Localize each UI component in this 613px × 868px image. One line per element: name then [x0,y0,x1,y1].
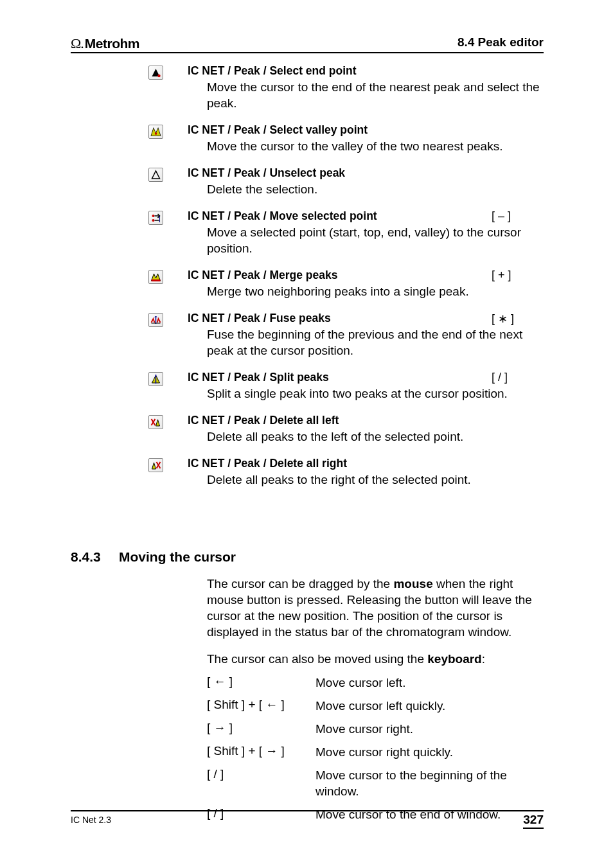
entry-description: Delete all peaks to the right of the sel… [207,472,544,488]
peak-entry: IC NET / Peak / Move selected point[ – ]… [71,209,544,256]
entry-description: Fuse the beginning of the previous and t… [207,326,544,359]
brand-logo: Ω. Metrohm [71,35,139,52]
page-header: Ω. Metrohm 8.4 Peak editor [71,35,544,55]
keyboard-row: [ / ]Move cursor to the beginning of the… [207,767,544,799]
menu-path: IC NET / Peak / Unselect peak [188,166,345,180]
menu-path: IC NET / Peak / Fuse peaks [188,312,331,325]
keyboard-shortcut: [ – ] [492,209,511,223]
fuse-peaks-icon[interactable] [148,313,163,327]
section-number: 8.4.3 [71,549,101,565]
brand-symbol: Ω. [71,35,84,52]
menu-path: IC NET / Peak / Merge peaks [188,269,337,282]
keyboard-shortcut: [ + ] [492,269,511,282]
delete-all-right-icon[interactable] [148,458,163,472]
keyboard-key: [ Shift ] + [ → ] [207,744,315,758]
merge-peaks-icon[interactable] [148,270,163,284]
keyboard-row: [ Shift ] + [ ← ]Move cursor left quickl… [207,698,544,714]
footer-doc-name: IC Net 2.3 [71,815,111,825]
entry-description: Move the cursor to the valley of the two… [207,138,544,154]
keyboard-action: Move cursor left. [315,675,544,691]
keyboard-row: [ ← ]Move cursor left. [207,675,544,691]
keyboard-key: [ → ] [207,721,315,735]
page-number: 327 [523,813,544,829]
section-paragraph-2: The cursor can also be moved using the k… [207,651,544,667]
menu-path: IC NET / Peak / Delete all left [188,414,339,427]
keyboard-shortcut: [ ∗ ] [492,312,514,326]
menu-path: IC NET / Peak / Delete all right [188,457,347,470]
peak-entry: IC NET / Peak / Split peaks[ / ]Split a … [71,371,544,402]
peak-entry: IC NET / Peak / Delete all rightDelete a… [71,457,544,488]
page-footer: IC Net 2.3 327 [71,810,544,828]
keyboard-shortcut: [ / ] [492,371,508,384]
keyboard-shortcut-table: [ ← ]Move cursor left.[ Shift ] + [ ← ]M… [207,675,544,822]
footer-rule [71,810,544,811]
keyboard-row: [ → ]Move cursor right. [207,721,544,737]
brand-name: Metrohm [85,36,139,51]
peak-entry: IC NET / Peak / Merge peaks[ + ]Merge tw… [71,269,544,299]
keyboard-key: [ Shift ] + [ ← ] [207,698,315,712]
entry-description: Move the cursor to the end of the neares… [207,79,544,111]
keyboard-key: [ / ] [207,767,315,781]
keyboard-action: Move cursor to the beginning of the wind… [315,767,544,799]
header-section-title: 8.4 Peak editor [458,35,544,49]
peak-entry: IC NET / Peak / Select end pointMove the… [71,64,544,111]
entry-description: Move a selected point (start, top, end, … [207,224,544,256]
entry-description: Merge two neighboring peaks into a singl… [207,283,544,299]
section-title: Moving the cursor [119,549,236,565]
section-paragraph-1: The cursor can be dragged by the mouse w… [207,576,544,640]
menu-path: IC NET / Peak / Move selected point [188,209,377,223]
menu-path: IC NET / Peak / Select end point [188,64,357,78]
entry-description: Split a single peak into two peaks at th… [207,385,544,402]
peak-entry: IC NET / Peak / Select valley pointMove … [71,123,544,154]
peak-entry: IC NET / Peak / Fuse peaks[ ∗ ]Fuse the … [71,312,544,359]
header-rule [71,52,544,53]
keyboard-action: Move cursor right quickly. [315,744,544,760]
move-selected-point-icon[interactable] [148,211,163,225]
select-end-point-icon[interactable] [148,66,163,80]
keyboard-key: [ ← ] [207,675,315,689]
delete-all-left-icon[interactable] [148,415,163,429]
peak-entry: IC NET / Peak / Unselect peakDelete the … [71,166,544,197]
peak-entry: IC NET / Peak / Delete all leftDelete al… [71,414,544,445]
keyboard-action: Move cursor left quickly. [315,698,544,714]
keyboard-action: Move cursor right. [315,721,544,737]
menu-path: IC NET / Peak / Select valley point [188,123,368,137]
split-peaks-icon[interactable] [148,372,163,386]
keyboard-row: [ Shift ] + [ → ]Move cursor right quick… [207,744,544,760]
select-valley-point-icon[interactable] [148,125,163,139]
section-heading: 8.4.3 Moving the cursor [71,549,544,565]
entry-description: Delete all peaks to the left of the sele… [207,429,544,445]
entry-description: Delete the selection. [207,181,544,197]
unselect-peak-icon[interactable] [148,168,163,182]
menu-path: IC NET / Peak / Split peaks [188,371,329,384]
